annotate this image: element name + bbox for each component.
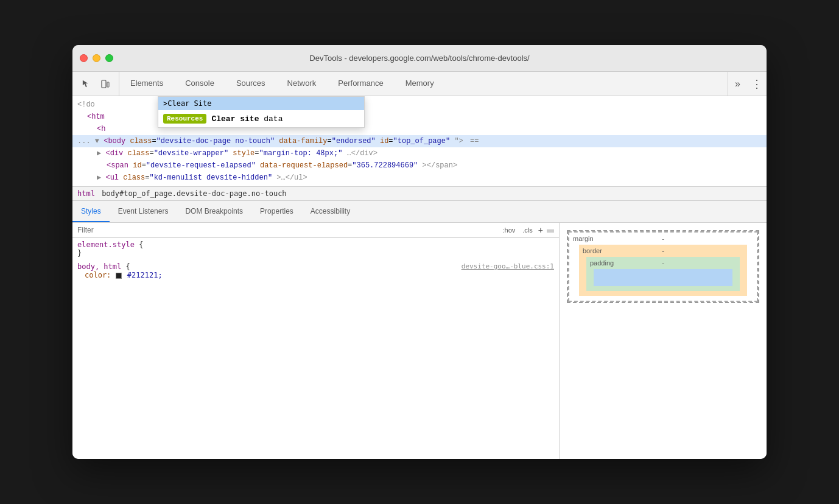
border-layer: border - padding - [579, 245, 747, 296]
styles-tabs: Styles Event Listeners DOM Breakpoints P… [72, 201, 767, 223]
css-source-link[interactable]: devsite-goo…-blue.css:1 [462, 262, 554, 270]
css-property-color: color: #212121; [77, 271, 554, 279]
window-title: DevTools - developers.google.com/web/too… [309, 54, 529, 63]
autocomplete-input[interactable]: >Clear Site [158, 97, 364, 110]
styles-left-pane: :hov .cls + [72, 223, 560, 459]
margin-layer: margin - border - padding - [568, 231, 758, 302]
css-rule-element-style: element.style { } [77, 240, 554, 257]
toolbar-icons [72, 72, 119, 96]
cls-button[interactable]: .cls [521, 226, 535, 234]
breadcrumb-selector[interactable]: body#top_of_page.devsite-doc-page.no-tou… [102, 189, 286, 198]
add-style-rule-button[interactable]: + [538, 225, 543, 235]
resize-handle-icon [547, 226, 554, 234]
padding-value: - [662, 259, 664, 267]
tab-sources[interactable]: Sources [225, 72, 276, 96]
title-bar: DevTools - developers.google.com/web/too… [72, 45, 767, 72]
content-box [594, 269, 732, 286]
css-selector-element-style[interactable]: element.style { [77, 240, 554, 249]
autocomplete-tag: Resources [163, 114, 206, 124]
tree-line-span[interactable]: <span id="devsite-request-elapsed" data-… [72, 159, 767, 172]
padding-label: padding [590, 259, 614, 267]
inspect-element-icon[interactable] [77, 75, 94, 93]
filter-bar: :hov .cls + [72, 223, 559, 238]
tab-properties[interactable]: Properties [251, 201, 302, 222]
bottom-panel: Styles Event Listeners DOM Breakpoints P… [72, 201, 767, 459]
devtools-panel: Elements Console Sources Network Perform… [72, 72, 767, 459]
traffic-lights [80, 54, 113, 62]
tab-network[interactable]: Network [276, 72, 328, 96]
svg-rect-1 [107, 82, 109, 87]
margin-value: - [662, 235, 664, 242]
tab-accessibility[interactable]: Accessibility [302, 201, 359, 222]
more-tabs-button[interactable]: » [728, 72, 747, 96]
autocomplete-description: Clear site data [211, 114, 283, 124]
tab-styles[interactable]: Styles [72, 201, 110, 222]
filter-input[interactable] [77, 226, 496, 234]
elements-panel: >Clear Site Resources Clear site data <!… [72, 96, 767, 459]
tab-memory[interactable]: Memory [395, 72, 445, 96]
minimize-button[interactable] [93, 54, 100, 62]
autocomplete-popup: >Clear Site Resources Clear site data [158, 96, 365, 128]
devtools-menu-button[interactable]: ⋮ [747, 72, 767, 96]
border-label: border [583, 247, 602, 254]
tab-console[interactable]: Console [174, 72, 225, 96]
box-model-pane: margin - border - padding - [560, 223, 767, 459]
html-tree: >Clear Site Resources Clear site data <!… [72, 96, 767, 186]
devtools-toolbar: Elements Console Sources Network Perform… [72, 72, 767, 96]
tree-line-body[interactable]: ... ▼ <body class="devsite-doc-page no-t… [72, 135, 767, 147]
toolbar-tabs: Elements Console Sources Network Perform… [119, 72, 728, 96]
close-button[interactable] [80, 54, 88, 62]
margin-label: margin [573, 235, 594, 242]
tree-line-ul[interactable]: ▶ <ul class="kd-menulist devsite-hidden"… [72, 172, 767, 184]
tree-line-div[interactable]: ▶ <div class="devsite-wrapper" style="ma… [72, 147, 767, 159]
tab-event-listeners[interactable]: Event Listeners [110, 201, 177, 222]
devtools-window: DevTools - developers.google.com/web/too… [72, 45, 767, 459]
styles-content: :hov .cls + [72, 223, 767, 459]
border-value: - [662, 247, 664, 254]
color-swatch[interactable] [116, 273, 122, 279]
padding-layer: padding - [586, 257, 740, 291]
tab-elements[interactable]: Elements [119, 72, 174, 96]
svg-rect-0 [102, 80, 106, 88]
box-model-diagram: margin - border - padding - [567, 230, 759, 303]
maximize-button[interactable] [105, 54, 113, 62]
css-rule-body-html: body, html { devsite-goo…-blue.css:1 col… [77, 262, 554, 279]
tab-performance[interactable]: Performance [327, 72, 394, 96]
breadcrumb-bar: html body#top_of_page.devsite-doc-page.n… [72, 186, 767, 201]
css-rules: element.style { } body, html [72, 238, 559, 287]
css-rule-body-html-header: body, html { devsite-goo…-blue.css:1 [77, 262, 554, 271]
breadcrumb-html[interactable]: html [77, 189, 95, 198]
hov-button[interactable]: :hov [501, 226, 518, 234]
device-toolbar-icon[interactable] [97, 75, 114, 93]
tab-dom-breakpoints[interactable]: DOM Breakpoints [177, 201, 251, 222]
filter-buttons: :hov .cls + [501, 225, 554, 235]
autocomplete-item[interactable]: Resources Clear site data [158, 110, 364, 127]
